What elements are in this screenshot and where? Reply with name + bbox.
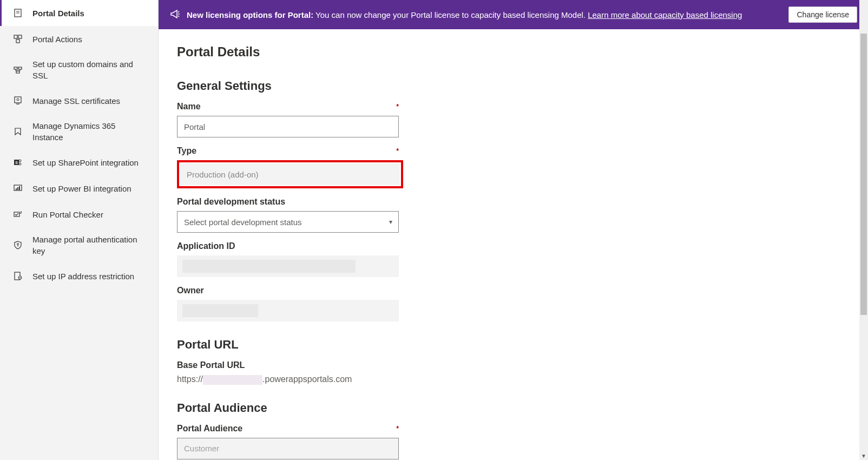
dev-status-label: Portal development status [177,197,399,207]
svg-rect-8 [16,71,19,73]
type-highlight [177,160,403,188]
actions-icon [13,34,23,44]
portal-url-title: Portal URL [177,338,850,352]
baseurl-label: Base Portal URL [177,360,399,370]
sidebar-item-label: Manage SSL certificates [32,95,120,107]
owner-value [177,300,399,321]
banner-link[interactable]: Learn more about capacity based licensin… [588,10,742,19]
checker-icon [13,209,23,219]
scrollbar-thumb[interactable] [860,34,867,315]
svg-rect-7 [18,67,22,69]
sidebar-item-portal-actions[interactable]: Portal Actions [0,26,158,52]
sidebar: Portal Details Portal Actions Set up cus… [0,0,159,460]
domains-icon [13,65,23,75]
shield-icon [13,240,23,250]
change-license-button[interactable]: Change license [788,6,857,23]
dev-status-select[interactable]: Select portal development status [177,211,399,233]
svg-point-17 [19,163,21,165]
sidebar-item-label: Manage portal authentication key [32,234,147,257]
licensing-banner: New licensing options for Portal: You ca… [159,0,868,29]
scrollbar[interactable]: ▼ [859,0,868,460]
banner-message: You can now change your Portal license t… [315,10,586,19]
sidebar-item-label: Manage Dynamics 365 Instance [32,120,147,143]
svg-text:S: S [15,161,18,165]
banner-text: New licensing options for Portal: You ca… [187,10,782,19]
sidebar-item-custom-domains[interactable]: Set up custom domains and SSL [0,52,158,88]
type-label: Type * [177,146,399,156]
sidebar-item-ssl-certificates[interactable]: Manage SSL certificates [0,88,158,114]
main-content: New licensing options for Portal: You ca… [159,0,868,460]
sidebar-item-portal-checker[interactable]: Run Portal Checker [0,201,158,227]
sidebar-item-portal-details[interactable]: Portal Details [0,0,158,26]
powerbi-icon [13,183,23,193]
sidebar-item-sharepoint[interactable]: S Set up SharePoint integration [0,149,158,175]
svg-rect-6 [14,67,17,69]
sidebar-item-label: Run Portal Checker [32,209,103,220]
appid-value [177,255,399,277]
audience-input [177,438,399,459]
svg-rect-20 [17,187,18,190]
megaphone-icon [169,9,180,21]
svg-point-13 [17,98,19,101]
sidebar-item-auth-key[interactable]: Manage portal authentication key [0,227,158,263]
required-star-icon: * [396,103,399,110]
scroll-down-icon[interactable]: ▼ [859,451,868,460]
svg-point-23 [17,244,19,245]
sharepoint-icon: S [13,157,23,167]
svg-rect-21 [19,186,20,190]
svg-rect-19 [16,188,17,190]
required-star-icon: * [396,425,399,432]
svg-rect-12 [15,97,21,103]
svg-rect-22 [14,212,19,216]
sidebar-item-label: Set up SharePoint integration [32,157,139,168]
svg-point-16 [19,160,21,162]
portal-audience-title: Portal Audience [177,401,850,415]
dynamics-icon [13,127,23,136]
general-settings-title: General Settings [177,79,850,93]
document-icon [13,8,23,18]
url-value: https://.powerappsportals.com [177,374,850,385]
sidebar-item-dynamics[interactable]: Manage Dynamics 365 Instance [0,114,158,149]
ip-icon [13,271,23,281]
audience-label: Portal Audience * [177,424,399,433]
sidebar-item-label: Set up IP address restriction [32,271,134,282]
owner-label: Owner [177,286,399,295]
name-label: Name * [177,102,399,111]
sidebar-item-label: Portal Actions [32,34,82,45]
redacted-content [182,260,356,273]
sidebar-item-label: Set up Power BI integration [32,183,131,194]
required-star-icon: * [396,147,399,155]
svg-rect-4 [18,35,22,38]
page-title: Portal Details [177,44,850,60]
sidebar-item-ip-restriction[interactable]: Set up IP address restriction [0,263,158,289]
redacted-content [182,304,258,317]
content-area: Portal Details General Settings Name * T… [159,29,868,460]
redacted-content [203,375,262,385]
sidebar-item-powerbi[interactable]: Set up Power BI integration [0,175,158,201]
svg-rect-3 [14,35,17,38]
svg-rect-5 [16,40,19,43]
sidebar-item-label: Portal Details [32,8,84,19]
banner-title: New licensing options for Portal: [187,10,313,19]
type-input [180,163,400,185]
certificate-icon [13,96,23,106]
name-input[interactable] [177,116,399,137]
appid-label: Application ID [177,241,399,251]
sidebar-item-label: Set up custom domains and SSL [32,58,147,81]
